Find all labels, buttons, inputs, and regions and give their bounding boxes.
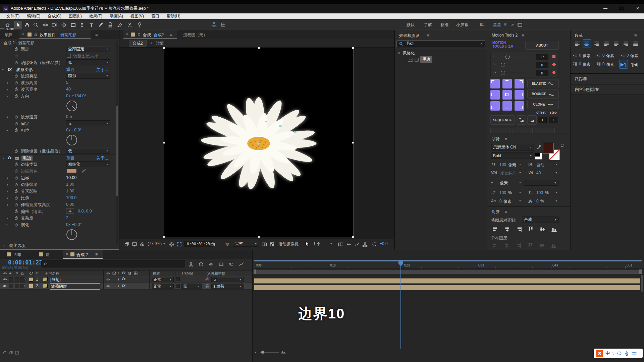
menu-item-1[interactable]: 编辑(E) xyxy=(23,13,44,19)
partial-button-1[interactable] xyxy=(513,128,533,133)
menu-item-8[interactable]: 帮助(H) xyxy=(163,13,184,19)
composition-canvas[interactable] xyxy=(164,48,353,237)
cube-toggle-icon[interactable] xyxy=(199,262,204,267)
panel-menu-icon[interactable]: ≡ xyxy=(505,136,507,141)
network-icon[interactable] xyxy=(211,22,217,27)
effect-row-演化选项[interactable]: ›演化选项 xyxy=(0,242,116,249)
tool-home[interactable] xyxy=(3,21,11,29)
parent-dropdown[interactable]: 1.雏菊▼ xyxy=(211,284,244,289)
property-dropdown[interactable]: 低▼ xyxy=(66,59,110,65)
slider-mode-icon-0[interactable]: ‹ xyxy=(493,54,495,58)
first-line-indent-value[interactable]: 0 xyxy=(602,53,605,58)
filmframe-toggle-icon[interactable] xyxy=(219,262,224,267)
slider-knob-1[interactable] xyxy=(501,63,505,67)
stopwatch-icon[interactable] xyxy=(14,47,18,51)
layer-name[interactable]: 雏菊阴影 xyxy=(50,284,100,289)
comp-nav-current[interactable]: 合成2 xyxy=(129,40,147,47)
quality-switch[interactable]: / xyxy=(118,277,119,282)
default-colors-swatch[interactable] xyxy=(535,153,542,160)
property-expander-icon[interactable]: › xyxy=(5,96,10,97)
tsume-unit[interactable]: % xyxy=(540,199,544,203)
minigraph-toggle-icon[interactable] xyxy=(239,262,244,267)
effect-row-边界[interactable]: ›边界10.00 xyxy=(0,175,116,181)
property-expander-icon[interactable]: › xyxy=(7,216,8,221)
magnification-value[interactable]: (77.9%) xyxy=(148,241,162,246)
workspace-tab-3[interactable]: 小屏幕 xyxy=(456,22,468,28)
paragraph-align-button-5[interactable] xyxy=(622,40,630,48)
selection-handle-1[interactable] xyxy=(258,47,260,49)
slider-value-2[interactable]: 0 xyxy=(536,70,548,76)
text-direction-ltr-button[interactable]: ▶¶ xyxy=(620,60,628,68)
align-bottom-button[interactable] xyxy=(550,226,558,233)
anchor-cell-2-2[interactable] xyxy=(515,101,524,111)
property-value[interactable]: 0.0, 0.0 xyxy=(78,209,92,214)
stopwatch-icon[interactable] xyxy=(14,60,18,65)
slider-knob-2[interactable] xyxy=(501,71,505,75)
distribute-button-4[interactable] xyxy=(539,242,545,249)
layer-row-2[interactable]: ›2雏菊阴影/fx正常▼无▼@1.雏菊▼ xyxy=(0,283,252,290)
effect-item-name[interactable]: 毛边 xyxy=(420,56,432,63)
effect-name[interactable]: 毛边 xyxy=(21,156,33,161)
shyguy-toggle-icon[interactable] xyxy=(209,262,214,267)
close-tab-icon[interactable]: × xyxy=(66,252,68,256)
shy-switch-icon[interactable] xyxy=(106,277,110,282)
tool-brush[interactable] xyxy=(97,21,105,29)
space-after-value[interactable]: 0 xyxy=(602,62,605,66)
v-scale-value[interactable]: 100 xyxy=(499,190,506,195)
stopwatch-icon[interactable] xyxy=(14,209,18,214)
angle-dial[interactable] xyxy=(66,134,78,146)
effect-row-比例[interactable]: ›比例100.0 xyxy=(0,195,116,201)
layer-row-1[interactable]: ›1[雏菊]/fx正常▼@无▼ xyxy=(0,276,252,283)
property-value[interactable]: 1.00 xyxy=(66,182,74,187)
dropdown-arrow-icon[interactable]: ▼ xyxy=(555,172,557,174)
workspace-menu-icon[interactable]: ≡ xyxy=(504,22,506,27)
dropdown-arrow-icon[interactable]: ▼ xyxy=(519,181,521,184)
magnification-dropdown-arrow-icon[interactable]: ▼ xyxy=(163,243,165,245)
dropdown-arrow-icon[interactable]: ▼ xyxy=(519,200,521,202)
tool-zoom[interactable] xyxy=(32,21,40,29)
menu-item-3[interactable]: 图层(L) xyxy=(65,13,86,19)
ime-emoji-icon[interactable] xyxy=(617,351,622,356)
panel-menu-icon[interactable]: ≡ xyxy=(634,33,637,38)
minimize-button[interactable]: — xyxy=(600,5,610,12)
dropdown-arrow-icon[interactable]: ▼ xyxy=(519,172,521,174)
monitor-icon[interactable] xyxy=(132,242,137,247)
distribute-button-0[interactable] xyxy=(492,242,498,249)
space-before-value[interactable]: 0 xyxy=(579,62,581,66)
timeline-h-navigator[interactable] xyxy=(254,260,642,261)
menu-item-4[interactable]: 效果(T) xyxy=(86,13,106,19)
color-swatch[interactable] xyxy=(67,169,77,173)
snapshot-icon[interactable] xyxy=(210,242,215,247)
property-dropdown[interactable]: 低▼ xyxy=(66,148,110,154)
stopwatch-icon[interactable] xyxy=(14,54,18,58)
dropdown-arrow-icon[interactable]: ▼ xyxy=(519,191,521,194)
font-size-value[interactable]: 100 xyxy=(499,162,506,167)
property-value[interactable]: 0.5 xyxy=(66,114,72,119)
viewer-timecode[interactable]: 0:00:01:23 xyxy=(184,241,213,247)
elastic-button[interactable]: ELASTIC xyxy=(527,79,559,88)
quality-switch[interactable]: / xyxy=(118,284,119,288)
stopwatch-icon[interactable] xyxy=(14,202,18,207)
property-dropdown[interactable]: 全部固定▼ xyxy=(66,46,110,52)
timeline-tab-0[interactable]: 四季 xyxy=(13,252,21,258)
sequence-button[interactable]: SEQUENCE xyxy=(490,115,515,125)
tracking-value[interactable]: 40 xyxy=(536,171,541,175)
view-count-arrow-icon[interactable]: ▼ xyxy=(330,243,332,245)
dropdown-arrow-icon[interactable]: ▼ xyxy=(555,200,557,202)
selection-handle-2[interactable] xyxy=(352,47,354,49)
audio-cell[interactable] xyxy=(9,284,13,288)
align-top-button[interactable] xyxy=(527,226,534,233)
distribute-button-2[interactable] xyxy=(515,242,522,249)
storage-icon[interactable] xyxy=(15,351,19,355)
ime-keyboard-icon[interactable] xyxy=(632,351,637,356)
scrollbar-track[interactable] xyxy=(116,40,118,245)
anchor-cell-2-1[interactable] xyxy=(502,101,512,111)
workspace-tab-2[interactable]: 标准 xyxy=(440,22,448,28)
panel-menu-icon[interactable]: ≡ xyxy=(95,32,98,37)
property-expander-icon[interactable]: › xyxy=(7,202,8,207)
align-to-dropdown[interactable]: 合成▼ xyxy=(522,217,559,223)
selection-handle-6[interactable] xyxy=(258,236,260,238)
selection-handle-4[interactable] xyxy=(352,141,354,144)
paragraph-align-button-0[interactable] xyxy=(573,40,581,48)
fx-badge-icon[interactable]: fx xyxy=(8,67,12,72)
